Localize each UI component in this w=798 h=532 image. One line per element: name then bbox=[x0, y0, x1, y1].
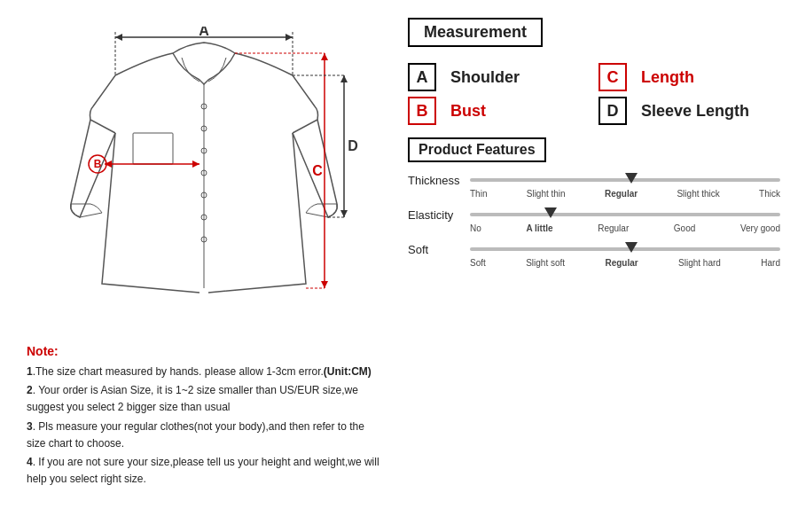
svg-marker-10 bbox=[115, 34, 122, 41]
thickness-regular: Regular bbox=[605, 189, 638, 199]
note-1: 1.The size chart measured by hands. plea… bbox=[27, 364, 381, 380]
soft-slider-section: Soft Soft Slight soft Regular Slight har… bbox=[408, 242, 780, 268]
meas-box-a: A bbox=[408, 63, 436, 91]
thickness-track bbox=[470, 173, 780, 187]
meas-item-d: D Sleeve Length bbox=[598, 97, 780, 125]
soft-regular: Regular bbox=[605, 258, 638, 268]
meas-name-b: Bust bbox=[450, 102, 530, 121]
elasticity-no: No bbox=[470, 223, 481, 233]
elasticity-slider-section: Elasticity No A little Regular Good Very… bbox=[408, 207, 780, 233]
thickness-slight-thin: Slight thin bbox=[527, 189, 566, 199]
elasticity-track bbox=[470, 207, 780, 222]
thickness-label: Thickness bbox=[408, 174, 470, 187]
left-panel: A B C bbox=[0, 0, 399, 532]
svg-marker-21 bbox=[321, 53, 328, 60]
soft-hard: Hard bbox=[761, 258, 780, 268]
elasticity-good: Good bbox=[674, 223, 695, 233]
elasticity-regular: Regular bbox=[598, 223, 629, 233]
soft-slight-soft: Slight soft bbox=[526, 258, 565, 268]
svg-rect-8 bbox=[133, 133, 173, 164]
right-panel: Measurement A Shoulder C Length B Bust D… bbox=[399, 0, 798, 532]
thickness-thumb bbox=[625, 173, 638, 184]
elasticity-track-bar bbox=[470, 213, 780, 216]
notes-section: Note: 1.The size chart measured by hands… bbox=[18, 337, 390, 489]
elasticity-label: Elasticity bbox=[408, 208, 470, 222]
thickness-slider-section: Thickness Thin Slight thin Regular Sligh… bbox=[408, 173, 780, 199]
note-3: 3. Pls measure your regular clothes(not … bbox=[27, 419, 381, 452]
measurement-title: Measurement bbox=[408, 18, 543, 47]
note-2: 2. Your order is Asian Size, it is 1~2 s… bbox=[27, 382, 381, 416]
elasticity-thumb bbox=[544, 207, 557, 218]
svg-marker-27 bbox=[340, 75, 348, 82]
soft-track bbox=[470, 242, 780, 256]
elasticity-very-good: Very good bbox=[740, 223, 780, 233]
measurement-grid: A Shoulder C Length B Bust D Sleeve Leng… bbox=[408, 63, 780, 125]
notes-title: Note: bbox=[27, 344, 381, 358]
thickness-thin: Thin bbox=[470, 189, 487, 199]
thickness-slight-thick: Slight thick bbox=[677, 189, 719, 199]
soft-soft: Soft bbox=[470, 258, 486, 268]
meas-name-d: Sleeve Length bbox=[641, 102, 749, 121]
note-4: 4. If you are not sure your size,please … bbox=[27, 454, 381, 488]
svg-marker-11 bbox=[286, 34, 293, 41]
meas-box-d: D bbox=[598, 97, 627, 125]
shirt-diagram: A B C bbox=[44, 27, 364, 328]
meas-item-a: A Shoulder bbox=[408, 63, 590, 91]
svg-text:A: A bbox=[199, 27, 209, 38]
meas-name-a: Shoulder bbox=[450, 68, 530, 87]
thickness-thick: Thick bbox=[759, 189, 780, 199]
svg-text:B: B bbox=[94, 158, 102, 170]
svg-marker-28 bbox=[340, 210, 348, 217]
thickness-labels: Thin Slight thin Regular Slight thick Th… bbox=[408, 189, 780, 199]
meas-item-b: B Bust bbox=[408, 97, 590, 125]
elasticity-labels: No A little Regular Good Very good bbox=[408, 223, 780, 233]
product-features-title: Product Features bbox=[408, 137, 546, 162]
svg-text:D: D bbox=[348, 138, 358, 153]
svg-text:C: C bbox=[312, 163, 323, 178]
svg-marker-22 bbox=[321, 281, 328, 288]
meas-item-c: C Length bbox=[598, 63, 780, 91]
soft-labels: Soft Slight soft Regular Slight hard Har… bbox=[408, 258, 780, 268]
meas-box-b: B bbox=[408, 97, 436, 125]
meas-box-c: C bbox=[598, 63, 627, 91]
soft-thumb bbox=[625, 242, 638, 253]
svg-marker-17 bbox=[192, 160, 200, 168]
soft-slight-hard: Slight hard bbox=[678, 258, 721, 268]
elasticity-a-little: A little bbox=[526, 223, 552, 233]
soft-label: Soft bbox=[408, 243, 470, 256]
meas-name-c: Length bbox=[641, 68, 721, 87]
